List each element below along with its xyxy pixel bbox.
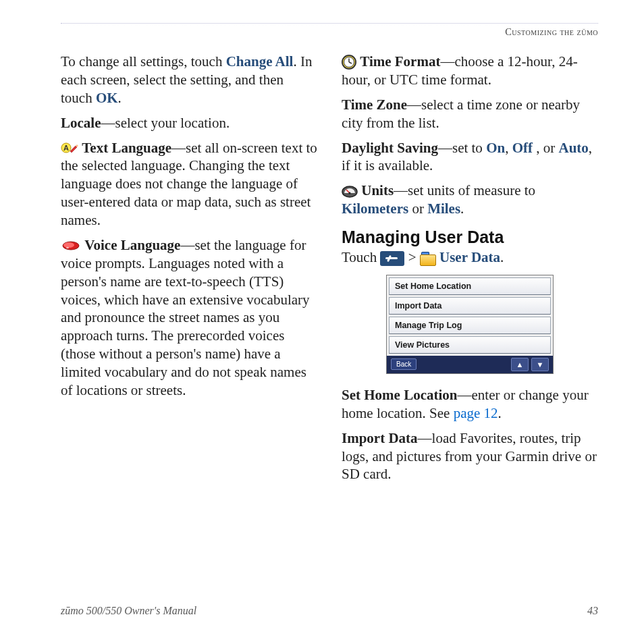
daylight-auto: Auto (558, 140, 588, 156)
text: , (505, 140, 512, 156)
text: , or (533, 140, 559, 156)
svg-text:A: A (63, 144, 69, 152)
footer-title: zūmo 500/550 Owner's Manual (61, 605, 196, 617)
ok-link: OK (96, 90, 118, 106)
units-paragraph: Units—set units of measure to Kilometers… (342, 182, 598, 218)
menu-item-view-pictures: View Pictures (389, 336, 551, 354)
text: or (408, 200, 427, 217)
daylight-off: Off (512, 140, 533, 156)
menu-item-import-data: Import Data (389, 297, 551, 315)
device-screenshot: Set Home Location Import Data Manage Tri… (386, 275, 554, 374)
change-all-link: Change All (226, 53, 294, 70)
units-km: Kilometers (342, 200, 408, 217)
text: —set the language for voice prompts. Lan… (61, 237, 310, 398)
right-column: Time Format—choose a 12-hour, 24-hour, o… (342, 53, 598, 591)
device-nav-bar: Back ▲▼ (387, 356, 553, 373)
units-mi: Miles (427, 200, 460, 217)
text: . (498, 405, 502, 421)
back-button: Back (391, 358, 417, 370)
voice-language-icon (61, 239, 81, 252)
intro-paragraph: To change all settings, touch Change All… (61, 53, 317, 107)
text: . (500, 249, 504, 265)
daylight-label: Daylight Saving (342, 140, 438, 156)
up-arrow-icon: ▲ (511, 358, 529, 371)
section-heading: Managing User Data (342, 227, 598, 247)
set-home-label: Set Home Location (342, 387, 457, 403)
menu-item-set-home: Set Home Location (389, 277, 551, 295)
time-format-paragraph: Time Format—choose a 12-hour, 24-hour, o… (342, 53, 598, 89)
menu-item-manage-trip-log: Manage Trip Log (389, 317, 551, 334)
text: > (408, 249, 417, 265)
set-home-paragraph: Set Home Location—enter or change your h… (342, 386, 598, 423)
down-arrow-icon: ▼ (531, 358, 549, 371)
svg-point-11 (349, 192, 351, 194)
text-language-paragraph: A Text Language—set all on-screen text t… (61, 139, 317, 230)
touch-instruction: Touch > User Data. (342, 248, 598, 267)
user-data-link: User Data (439, 249, 500, 265)
locale-label: Locale (61, 115, 101, 131)
wrench-icon (380, 251, 404, 266)
text: . (460, 200, 464, 217)
text: —select your location. (101, 115, 230, 131)
text: —set to (438, 140, 486, 156)
svg-point-4 (66, 247, 69, 248)
time-zone-label: Time Zone (342, 97, 407, 113)
import-data-paragraph: Import Data—load Favorites, routes, trip… (342, 429, 598, 484)
text-language-label: Text Language (82, 140, 171, 156)
text: To change all settings, touch (61, 53, 226, 70)
locale-paragraph: Locale—select your location. (61, 114, 317, 132)
time-format-label: Time Format (360, 53, 440, 70)
text: Touch (342, 249, 380, 265)
content-columns: To change all settings, touch Change All… (61, 53, 598, 591)
footer: zūmo 500/550 Owner's Manual 43 (61, 605, 598, 617)
nav-arrows: ▲▼ (508, 358, 549, 371)
import-data-label: Import Data (342, 430, 418, 446)
page-12-link[interactable]: page 12 (454, 405, 498, 421)
voice-language-label: Voice Language (84, 237, 180, 253)
text: —set units of measure to (394, 182, 535, 198)
daylight-on: On (486, 140, 505, 156)
text-language-icon: A (61, 142, 78, 155)
daylight-paragraph: Daylight Saving—set to On, Off , or Auto… (342, 139, 598, 176)
folder-icon (420, 252, 436, 265)
clock-icon (342, 55, 356, 70)
page-number: 43 (587, 605, 598, 617)
header-title: Customizing the zūmo (61, 26, 598, 38)
header-divider (61, 23, 598, 24)
left-column: To change all settings, touch Change All… (61, 53, 317, 591)
voice-language-paragraph: Voice Language—set the language for voic… (61, 236, 317, 400)
text: . (118, 90, 122, 106)
units-label: Units (361, 182, 394, 198)
time-zone-paragraph: Time Zone—select a time zone or nearby c… (342, 96, 598, 132)
svg-point-3 (63, 242, 74, 248)
gauge-icon (342, 184, 358, 198)
